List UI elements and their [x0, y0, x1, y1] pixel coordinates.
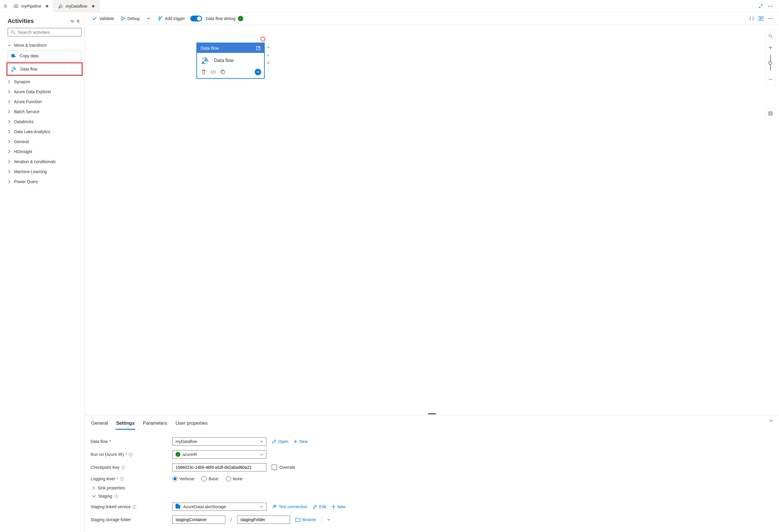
panel-tab-general[interactable]: General — [91, 419, 109, 430]
new-dataflow-button[interactable]: New — [294, 439, 308, 444]
delete-icon[interactable] — [201, 69, 206, 75]
category-item[interactable]: Power Query — [8, 177, 81, 187]
validate-icon — [92, 16, 97, 21]
redo-icon: ↷ — [266, 45, 271, 50]
category-item[interactable]: HDInsight — [8, 147, 81, 157]
activity-label: Data flow — [20, 67, 37, 71]
dataflow-icon — [58, 4, 63, 9]
category-item[interactable]: Iteration & conditionals — [8, 157, 81, 167]
clone-icon[interactable] — [221, 70, 225, 74]
test-connection-button[interactable]: Test connection — [272, 505, 307, 509]
chevron-right-icon — [8, 160, 12, 163]
info-icon: i — [114, 494, 118, 498]
debug-label: Debug — [128, 16, 140, 21]
svg-point-6 — [11, 30, 14, 33]
category-item[interactable]: Data Lake Analytics — [8, 127, 81, 137]
zoom-in-button[interactable] — [766, 42, 775, 54]
properties-icon[interactable] — [759, 16, 764, 21]
chevron-right-icon — [92, 486, 95, 490]
search-input[interactable] — [8, 28, 81, 37]
svg-rect-1 — [16, 5, 18, 8]
panel-tab-settings[interactable]: Settings — [116, 419, 135, 430]
expand-tabs-button[interactable] — [2, 4, 9, 8]
category-label: Power Query — [14, 179, 38, 184]
more-icon[interactable] — [768, 18, 773, 19]
category-item[interactable]: Azure Data Explorer — [8, 87, 81, 97]
json-icon[interactable] — [749, 16, 754, 21]
sink-properties-expand[interactable]: Sink properties — [92, 484, 773, 492]
run-node-button[interactable] — [255, 69, 261, 75]
svg-rect-0 — [14, 5, 15, 8]
runon-select[interactable]: ✓azureIR — [172, 450, 266, 459]
pencil-icon — [313, 505, 317, 509]
tab-pipeline[interactable]: myPipeline — [9, 0, 53, 12]
activity-copy-data[interactable]: Copy data ⋮⋮ — [8, 51, 81, 61]
staging-expand[interactable]: Staging i — [92, 492, 773, 500]
collapse-panel-icon[interactable] — [769, 419, 773, 430]
collapse-sidebar-icon[interactable] — [77, 19, 81, 23]
category-label: Data Lake Analytics — [14, 129, 50, 134]
category-label: Synapse — [14, 79, 30, 84]
info-icon: i — [132, 505, 136, 509]
drag-handle-icon: ⋮⋮ — [70, 67, 78, 71]
staging-linked-select[interactable]: AzureDataLakeStorage — [172, 503, 266, 511]
chevron-right-icon — [8, 120, 12, 123]
panel-tab-parameters[interactable]: Parameters — [142, 419, 168, 430]
validate-button[interactable]: Validate — [91, 15, 116, 22]
info-icon: i — [121, 466, 125, 469]
success-icon: ✓ — [266, 53, 271, 58]
browse-dropdown-icon[interactable] — [327, 518, 331, 521]
category-item[interactable]: Batch Service — [8, 107, 81, 117]
tab-dataflow[interactable]: myDataflow — [53, 0, 99, 12]
dataflow-debug-toggle[interactable] — [190, 15, 202, 21]
node-body-label: Data flow — [214, 58, 234, 63]
code-icon[interactable] — [211, 70, 216, 74]
debug-button[interactable]: Debug — [119, 15, 141, 22]
more-icon[interactable] — [768, 5, 773, 7]
sink-properties-label: Sink properties — [98, 485, 125, 490]
category-item[interactable]: Synapse — [8, 77, 81, 87]
staging-container-input[interactable] — [172, 516, 225, 524]
category-label: Machine Learning — [14, 169, 47, 174]
override-checkbox[interactable] — [272, 465, 277, 470]
chevron-right-icon — [8, 100, 12, 104]
staging-folder-label: Staging storage folder — [91, 517, 131, 522]
browse-button[interactable]: Browse — [295, 517, 316, 522]
radio-basic[interactable]: Basic — [201, 476, 219, 481]
edit-linked-service-button[interactable]: Edit — [313, 505, 326, 509]
new-linked-service-button[interactable]: New — [332, 505, 346, 509]
chevron-down-icon — [260, 505, 263, 509]
next-icon: → — [266, 68, 271, 73]
category-move-transform[interactable]: Move & transform — [8, 41, 81, 51]
chevron-expand-icon[interactable] — [70, 19, 74, 23]
zoom-out-button[interactable] — [766, 73, 775, 85]
radio-none[interactable]: None — [226, 476, 243, 481]
fit-to-screen-button[interactable] — [766, 109, 775, 119]
canvas-node-dataflow[interactable]: Data flow Data flow — [196, 43, 265, 79]
category-item[interactable]: Databricks — [8, 117, 81, 127]
search-icon — [11, 30, 15, 35]
activity-data-flow[interactable]: Data flow ⋮⋮ — [8, 64, 81, 75]
panel-tab-user-properties[interactable]: User properties — [175, 419, 208, 430]
add-trigger-button[interactable]: Add trigger — [156, 15, 187, 22]
category-item[interactable]: Machine Learning — [8, 167, 81, 177]
debug-dropdown[interactable] — [145, 15, 152, 21]
zoom-slider[interactable] — [770, 55, 771, 71]
canvas-search-icon[interactable] — [766, 30, 775, 42]
category-item[interactable]: General — [8, 137, 81, 147]
svg-point-10 — [770, 18, 771, 19]
search-field[interactable] — [18, 30, 78, 35]
category-item[interactable]: Azure Function — [8, 97, 81, 107]
checkpoint-input[interactable] — [172, 463, 266, 471]
staging-folder-input[interactable] — [237, 516, 290, 524]
expand-window-icon[interactable] — [759, 4, 763, 8]
category-label: Move & transform — [14, 43, 47, 48]
pipeline-canvas[interactable]: Data flow Data flow ↷ ✓ ✕ → — [85, 25, 779, 413]
chevron-right-icon — [8, 130, 12, 133]
chevron-right-icon — [8, 90, 12, 93]
open-dataflow-button[interactable]: Open — [272, 439, 288, 444]
open-external-icon[interactable] — [256, 46, 260, 51]
radio-verbose[interactable]: Verbose — [172, 476, 194, 481]
dataflow-select[interactable]: myDataflow — [172, 437, 266, 446]
panel-resize-handle[interactable] — [85, 413, 779, 415]
